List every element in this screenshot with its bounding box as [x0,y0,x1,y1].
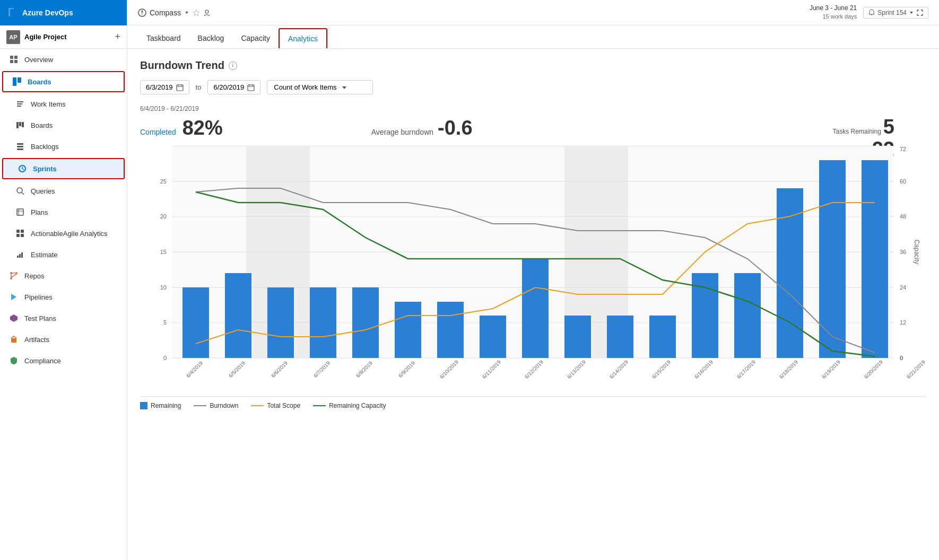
sprint-dropdown-icon [909,10,914,15]
sidebar-item-test-plans[interactable]: Test Plans [0,308,127,329]
svg-point-29 [10,277,12,279]
to-date-picker[interactable]: 6/20/2019 [207,80,260,94]
svg-text:6/6/2019: 6/6/2019 [270,360,289,379]
person-icon [203,9,211,16]
svg-rect-4 [13,77,16,86]
metric-label: Count of Work Items [274,83,336,91]
svg-text:6/16/2019: 6/16/2019 [693,359,715,380]
svg-marker-35 [10,314,18,322]
sidebar-item-repos[interactable]: Repos [0,265,127,286]
project-avatar: AP [6,30,20,44]
sidebar-item-boards-section[interactable]: Boards [2,71,125,92]
bar-6-20 [862,160,888,358]
svg-text:6/21/2019: 6/21/2019 [906,359,925,380]
bar-6-7 [310,287,336,358]
svg-text:6/10/2019: 6/10/2019 [439,359,460,380]
svg-text:24: 24 [900,284,906,291]
sidebar-item-boards[interactable]: Boards [0,115,127,136]
test-plans-icon [8,313,19,323]
svg-rect-11 [22,122,24,127]
sidebar-item-pipelines[interactable]: Pipelines [0,286,127,308]
tab-taskboard[interactable]: Taskboard [138,29,189,49]
tab-backlog[interactable]: Backlog [189,29,233,49]
bar-6-4 [182,287,209,358]
completed-value: 82% [182,117,223,139]
sidebar-overview-label: Overview [24,56,53,64]
sidebar-item-backlogs[interactable]: Backlogs [0,136,127,157]
legend-remaining: Remaining [140,402,181,409]
tab-analytics[interactable]: Analytics [279,28,327,48]
sprint-label: Sprint 154 [877,9,907,16]
svg-text:6/5/2019: 6/5/2019 [228,360,247,379]
compass-dropdown-icon [184,10,189,15]
svg-rect-2 [10,60,13,63]
metric-dropdown[interactable]: Count of Work Items [267,80,373,94]
svg-text:36: 36 [900,249,906,255]
svg-rect-13 [17,146,23,147]
bell-icon [868,9,875,16]
topbar: Compass June 3 - June 21 15 work days Sp… [127,0,939,25]
svg-marker-53 [342,86,346,89]
sidebar-test-plans-label: Test Plans [24,314,56,322]
svg-text:48: 48 [900,213,906,220]
svg-marker-40 [185,12,188,14]
svg-rect-14 [17,148,23,150]
sidebar-item-sprints[interactable]: Sprints [2,158,125,179]
tasks-remaining-value: 5 [883,117,894,137]
sidebar-item-work-items[interactable]: Work Items [0,93,127,115]
svg-text:6/14/2019: 6/14/2019 [608,359,630,380]
sidebar-plans-label: Plans [31,208,48,216]
svg-marker-34 [11,294,16,300]
svg-rect-5 [18,77,21,83]
svg-rect-7 [17,103,22,104]
pipelines-icon [8,292,19,302]
sidebar-boards-label: Boards [31,121,53,129]
sidebar-item-plans[interactable]: Plans [0,202,127,223]
expand-icon [916,9,924,16]
estimate-icon [15,249,25,260]
sprints-icon [17,163,28,174]
svg-rect-26 [19,254,21,258]
bar-6-11 [480,316,506,358]
legend-remaining-capacity-label: Remaining Capacity [329,402,386,409]
svg-text:5: 5 [163,319,167,326]
chart-area: 6/4/2019 - 6/21/2019 Completed 82% Avera… [140,105,926,409]
info-icon[interactable]: i [229,62,237,70]
svg-text:12: 12 [900,319,906,326]
sidebar-item-overview[interactable]: Overview [0,49,127,70]
sidebar-item-compliance[interactable]: Compliance [0,350,127,371]
app-title: Azure DevOps [22,8,73,17]
topbar-left: Compass [138,8,211,17]
filter-row: 6/3/2019 to 6/20/2019 Count of Work Item… [140,80,926,94]
sidebar-actionable-label: ActionableAgile Analytics [31,230,108,238]
svg-text:6/8/2019: 6/8/2019 [355,360,374,379]
burndown-chart: 0 5 10 15 20 25 0 12 24 36 48 60 72 0 [140,146,926,390]
sidebar-item-queries[interactable]: Queries [0,180,127,202]
sidebar-sprints-label: Sprints [33,165,57,173]
svg-rect-24 [21,234,24,237]
sidebar-item-artifacts[interactable]: Artifacts [0,329,127,350]
svg-marker-38 [141,10,143,13]
artifacts-icon [8,334,19,345]
from-date-picker[interactable]: 6/3/2019 [140,80,189,94]
sprint-selector[interactable]: Sprint 154 [863,7,928,19]
sidebar-item-estimate[interactable]: Estimate [0,244,127,265]
tab-capacity[interactable]: Capacity [232,29,278,49]
svg-rect-45 [177,85,183,91]
legend-burndown: Burndown [194,402,238,409]
svg-rect-22 [21,230,24,233]
bar-6-19 [819,160,846,358]
svg-line-33 [11,274,16,277]
sidebar-item-actionable[interactable]: ActionableAgile Analytics [0,223,127,244]
compass-nav[interactable]: Compass [138,8,211,17]
legend-remaining-box [140,402,147,409]
svg-text:0: 0 [900,355,903,361]
svg-text:20: 20 [160,213,167,220]
svg-text:6/18/2019: 6/18/2019 [778,359,799,380]
svg-rect-49 [248,85,254,91]
add-project-button[interactable]: + [115,31,120,42]
sidebar-boards-section-label: Boards [28,78,51,86]
avg-burndown-stat: Average burndown -0.6 [371,117,473,139]
main-content: Compass June 3 - June 21 15 work days Sp… [127,0,939,560]
bar-6-8 [352,287,379,358]
